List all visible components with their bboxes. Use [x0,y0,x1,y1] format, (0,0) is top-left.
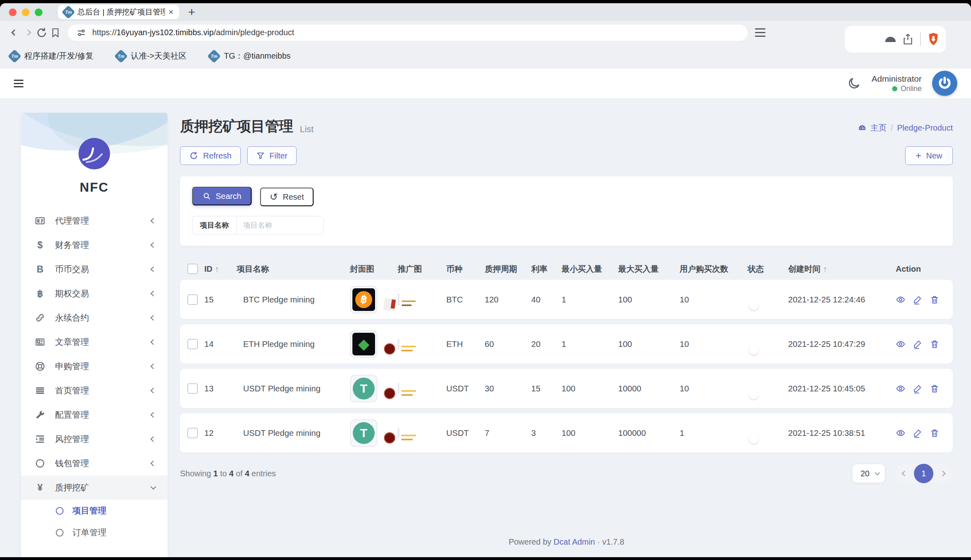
user-meta[interactable]: Administrator Online [871,74,922,93]
dcat-admin-link[interactable]: Dcat Admin [553,537,595,546]
link-icon [33,313,47,323]
sidebar-item-7[interactable]: 申购管理 [21,354,167,378]
prev-page-button[interactable] [902,471,907,476]
delete-icon[interactable] [930,295,939,304]
current-page[interactable]: 1 [914,464,933,483]
sidebar-item-label: 币币交易 [55,264,89,275]
cell-times: 10 [680,384,748,393]
col-created[interactable]: 创建时间↑ [788,264,893,275]
row-checkbox[interactable] [187,294,198,305]
view-icon[interactable] [896,295,905,304]
tune-icon[interactable] [76,27,87,38]
view-icon[interactable] [896,339,905,349]
sidebar-item-11[interactable]: 钱包管理 [21,451,167,475]
filter-button[interactable]: Filter [247,146,297,165]
new-button[interactable]: + New [905,146,953,165]
tab-close-icon[interactable]: × [168,7,174,17]
row-checkbox[interactable] [187,428,198,438]
delete-icon[interactable] [930,428,939,438]
edit-icon[interactable] [913,295,922,304]
col-id[interactable]: ID↑ [204,264,237,274]
extension-icon[interactable] [885,37,896,42]
usdt-logo: T [353,422,375,444]
edit-icon[interactable] [913,339,922,349]
row-checkbox[interactable] [187,383,198,394]
sidebar-item-3[interactable]: B币币交易 [21,257,167,281]
back-button[interactable] [7,30,21,35]
cover-image[interactable]: ฿ [350,286,377,313]
sidebar-subitem-label: 项目管理 [72,505,106,516]
browser-tab[interactable]: Tm 总后台 | 质押挖矿项目管理 × [58,5,179,19]
bookmark-item[interactable]: Tm 程序搭建/开发/修复 [10,51,93,61]
chevron-left-icon [151,412,156,418]
cell-period: 7 [485,428,531,438]
share-icon[interactable] [902,33,914,45]
browser-menu-icon[interactable] [755,28,765,37]
main-panel: 质押挖矿项目管理 List 主页 / Pledge-Product [180,98,953,557]
forward-button[interactable] [21,30,35,35]
bars-icon [33,385,47,396]
bookmark-item[interactable]: Tm 认准->天美社区 [116,51,187,61]
view-icon[interactable] [896,428,905,438]
sidebar-item-5[interactable]: 永续合约 [21,306,167,330]
dark-mode-icon[interactable] [847,76,861,90]
promo-image[interactable] [398,294,399,305]
avatar[interactable] [932,71,957,96]
bookmark-favicon: Tm [114,49,128,63]
promo-image[interactable] [398,383,399,394]
cover-image[interactable]: ◆ [350,330,377,358]
cell-coin: USDT [446,428,485,438]
close-window-button[interactable] [9,8,17,16]
minimize-window-button[interactable] [22,8,30,16]
url-bar[interactable]: https://16yuyan-jys102.timibbs.vip/admin… [68,25,748,41]
bookmark-item[interactable]: Tm TG：@tianmeibbs [209,51,290,61]
sidebar-item-8[interactable]: 首页管理 [21,378,167,403]
new-tab-button[interactable]: + [188,5,195,19]
chevron-left-icon [151,218,156,224]
toolbar-divider [920,32,921,46]
breadcrumb: 主页 / Pledge-Product [858,123,953,133]
eth-logo: ◆ [358,337,369,351]
sidebar-item-4[interactable]: ฿期权交易 [21,281,167,306]
cell-period: 60 [485,339,531,349]
row-checkbox[interactable] [187,339,198,349]
bookmark-icon[interactable] [49,27,62,38]
sidebar-item-12[interactable]: ¥质押挖矿 [21,475,167,500]
traffic-lights[interactable] [9,8,42,16]
sidebar-subitem[interactable]: 项目管理 [21,500,167,522]
sidebar-item-10[interactable]: 风控管理 [21,427,167,451]
sidebar-subitem[interactable]: 订单管理 [21,522,167,543]
zoom-window-button[interactable] [35,8,42,16]
sidebar-item-9[interactable]: 配置管理 [21,403,167,427]
delete-icon[interactable] [930,384,939,393]
promo-image[interactable] [398,427,399,438]
page-size-select[interactable]: 20 [852,464,885,483]
promo-image[interactable] [398,338,399,349]
circle-icon [33,458,47,469]
sidebar-item-6[interactable]: 文章管理 [21,330,167,354]
view-icon[interactable] [896,384,905,393]
breadcrumb-current[interactable]: Pledge-Product [897,123,953,133]
next-page-button[interactable] [940,471,946,476]
edit-icon[interactable] [913,428,922,438]
cell-min: 100 [562,428,618,438]
reload-button[interactable] [35,27,49,38]
brave-shield-icon[interactable] [927,32,939,46]
cell-max: 100000 [618,428,680,438]
select-all-checkbox[interactable] [187,264,198,274]
breadcrumb-home[interactable]: 主页 [871,123,887,133]
edit-icon[interactable] [913,384,922,393]
search-button[interactable]: Search [192,187,252,205]
project-name-input[interactable] [236,216,324,235]
sidebar-toggle-icon[interactable] [14,78,23,89]
reset-button[interactable]: ↺ Reset [260,188,314,206]
cell-id: 15 [204,295,237,304]
cover-image[interactable]: T [350,419,377,447]
sidebar-item-label: 代理管理 [55,215,89,226]
delete-icon[interactable] [930,339,939,349]
cover-image[interactable]: T [350,375,377,402]
cell-times: 10 [680,295,748,304]
sidebar-item-1[interactable]: 代理管理 [21,209,167,233]
refresh-button[interactable]: Refresh [180,146,241,165]
sidebar-item-2[interactable]: $财务管理 [21,233,167,257]
